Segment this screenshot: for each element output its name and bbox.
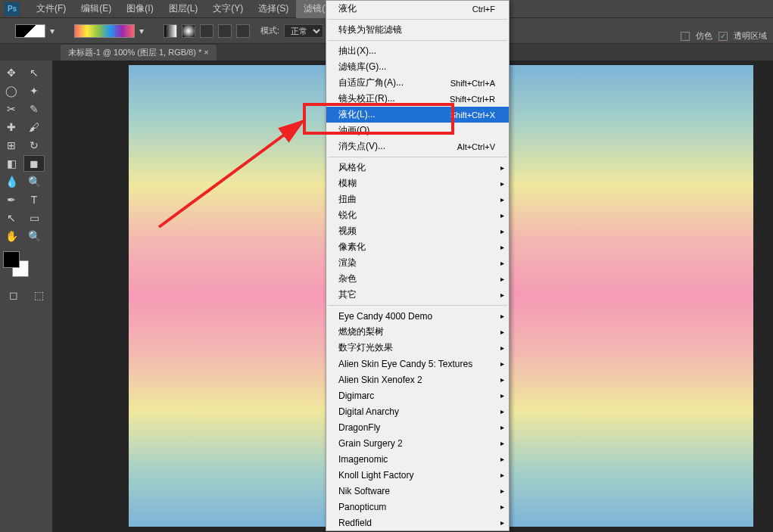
gradient-angle-button[interactable] [200,24,214,38]
menu-item[interactable]: 风格化 [326,160,509,176]
gradient-linear-button[interactable] [164,24,177,38]
gradient-preview[interactable] [74,24,135,38]
menu-item-label: DragonFly [338,422,380,433]
move-tool[interactable]: ✥ [1,64,22,81]
menu-item[interactable]: Alien Skin Xenofex 2 [326,372,509,387]
menu-文件(F)[interactable]: 文件(F) [29,0,73,18]
menu-图像(I)[interactable]: 图像(I) [119,0,161,18]
menu-item[interactable]: 油画(O)... [326,123,509,138]
menu-separator [328,40,507,41]
type-tool[interactable]: T [23,191,45,208]
dodge-tool[interactable]: 🔍 [23,173,45,190]
menu-item[interactable]: 锐化 [326,207,509,223]
menu-item[interactable]: 像素化 [326,239,509,255]
foreground-swatch[interactable] [15,24,45,38]
eyedropper-tool[interactable]: ✎ [23,101,45,117]
menu-item-label: 抽出(X)... [338,45,376,58]
wand-tool[interactable]: ✦ [23,82,45,99]
mode-select[interactable]: 正常 [284,24,323,38]
menu-item[interactable]: 杂色 [326,271,509,287]
menu-item-label: Redfield [338,518,372,528]
gradient-radial-button[interactable] [182,24,195,38]
menu-item[interactable]: 抽出(X)... [326,43,509,59]
menu-图层(L)[interactable]: 图层(L) [161,0,206,18]
menu-item-label: 转换为智能滤镜 [338,23,402,36]
menu-item-label: Imagenomic [338,454,388,465]
menu-item[interactable]: 滤镜库(G)... [326,59,509,75]
menu-separator [328,305,507,306]
menu-item[interactable]: Digital Anarchy [326,403,509,419]
menu-文字(Y)[interactable]: 文字(Y) [205,0,251,18]
menu-item[interactable]: Imagenomic [326,451,509,467]
path-tool[interactable]: ↖ [1,210,22,226]
menu-item[interactable]: DragonFly [326,419,509,435]
menu-item[interactable]: 视频 [326,223,509,239]
menu-item-label: Alien Skin Xenofex 2 [338,375,422,385]
menu-item-label: 风格化 [338,161,366,174]
menu-item-label: 视频 [338,225,357,238]
menu-item-label: Nik Software [338,486,390,496]
lasso-tool[interactable]: ◯ [1,82,22,99]
blur-tool[interactable]: 💧 [1,173,22,190]
crop-tool[interactable]: ✂ [1,101,22,117]
menu-item[interactable]: 渲染 [326,255,509,271]
menu-选择(S)[interactable]: 选择(S) [251,0,296,18]
menu-item[interactable]: Digimarc [326,387,509,403]
dropdown-arrow-icon[interactable]: ▾ [50,26,58,36]
menu-item-label: Alien Skin Eye Candy 5: Textures [338,359,472,369]
menu-item[interactable]: Knoll Light Factory [326,467,509,483]
history-brush-tool[interactable]: ↻ [23,137,45,154]
menu-item[interactable]: Eye Candy 4000 Demo [326,308,509,324]
menu-item-label: 自适应广角(A)... [338,76,404,89]
menu-item[interactable]: Nik Software [326,483,509,499]
menu-item-label: 渲染 [338,257,357,269]
eraser-tool[interactable]: ◧ [1,155,22,172]
menu-item[interactable]: Panopticum [326,499,509,515]
menu-item-label: 镜头校正(R)... [338,92,395,105]
menu-item-label: 液化 [338,2,357,15]
menu-item[interactable]: 转换为智能滤镜 [326,22,509,38]
menu-item[interactable]: 自适应广角(A)...Shift+Ctrl+A [326,75,509,91]
menu-item[interactable]: Redfield [326,515,509,530]
menu-item[interactable]: 燃烧的梨树 [326,324,509,340]
transparency-checkbox[interactable] [718,32,728,41]
quickmask-button[interactable]: ◻ [4,287,23,303]
menu-编辑(E)[interactable]: 编辑(E) [73,0,119,18]
menu-item-label: 锐化 [338,209,357,222]
gradient-diamond-button[interactable] [236,24,250,38]
menu-item[interactable]: 液化(L)...Shift+Ctrl+X [326,107,509,123]
dither-checkbox[interactable] [681,32,690,41]
menu-item-label: Digimarc [338,390,374,401]
menu-item[interactable]: 扭曲 [326,191,509,207]
menu-item-label: Panopticum [338,502,386,512]
menu-item-label: 杂色 [338,272,357,285]
menu-item[interactable]: 液化Ctrl+F [326,1,509,17]
dropdown-arrow-icon[interactable]: ▾ [139,26,147,36]
menu-item-label: 像素化 [338,241,366,254]
screenmode-button[interactable]: ⬚ [30,287,49,303]
shape-tool[interactable]: ▭ [23,210,45,226]
menu-item[interactable]: 模糊 [326,176,509,191]
menu-item[interactable]: 镜头校正(R)...Shift+Ctrl+R [326,91,509,107]
menu-item[interactable]: 数字灯光效果 [326,340,509,356]
gradient-reflected-button[interactable] [218,24,232,38]
menu-item[interactable]: Alien Skin Eye Candy 5: Textures [326,356,509,372]
pen-tool[interactable]: ✒ [1,191,22,208]
menu-item-label: Digital Anarchy [338,406,399,417]
heal-tool[interactable]: ✚ [1,119,22,135]
transparency-label: 透明区域 [734,30,767,42]
stamp-tool[interactable]: ⊞ [1,137,22,154]
zoom-tool[interactable]: 🔍 [23,228,45,244]
menu-item[interactable]: Grain Surgery 2 [326,435,509,451]
menu-item[interactable]: 消失点(V)...Alt+Ctrl+V [326,138,509,154]
menu-item-label: 液化(L)... [338,108,376,121]
hand-tool[interactable]: ✋ [1,228,22,244]
menu-item-label: 数字灯光效果 [338,341,393,354]
arrow-tool[interactable]: ↖ [23,64,45,81]
document-tab[interactable]: 未标题-1 @ 100% (图层 1, RGB/8) * × [61,45,217,61]
dither-label: 仿色 [696,30,712,42]
gradient-tool[interactable]: ◼ [23,155,45,172]
menu-item[interactable]: 其它 [326,287,509,303]
color-indicator[interactable] [3,251,33,277]
brush-tool[interactable]: 🖌 [23,119,45,135]
